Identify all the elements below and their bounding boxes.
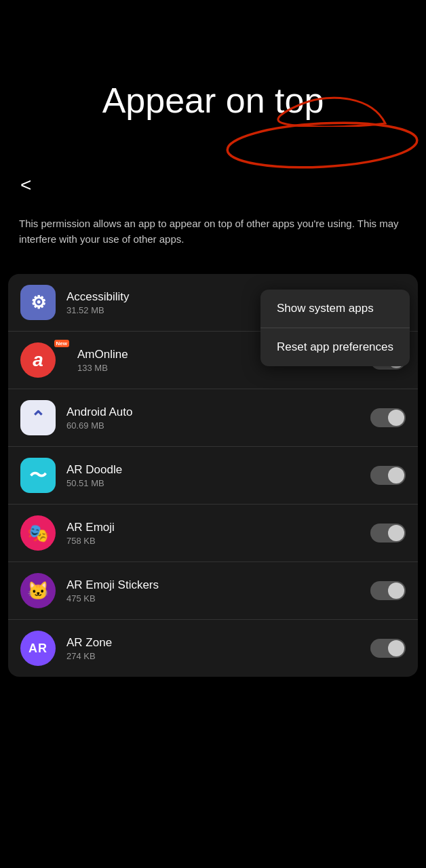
app-info-android-auto: Android Auto 60.69 MB [66,406,370,431]
page-title: Appear on top [0,0,426,161]
toggle-ar-doodle[interactable] [370,466,406,485]
permission-description: This permission allows an app to appear … [0,210,426,267]
toggle-ar-emoji[interactable] [370,524,406,542]
app-info-ar-emoji: AR Emoji 758 KB [66,521,370,546]
app-size-ar-zone: 274 KB [66,651,370,661]
ar-emoji-stickers-icon: 🐱 [27,580,49,601]
app-item-ar-emoji: 🎭 AR Emoji 758 KB [8,505,418,562]
app-icon-ar-doodle: 〜 [20,458,56,493]
app-item-android-auto: ⌃ Android Auto 60.69 MB [8,389,418,447]
android-auto-chevron-icon: ⌃ [31,408,45,429]
gear-icon: ⚙ [31,292,46,313]
app-item-ar-zone: AR AR Zone 274 KB [8,620,418,677]
top-bar: < Show system apps Reset app preferences [0,161,426,210]
new-badge: New [54,340,69,347]
app-size-android-auto: 60.69 MB [66,420,370,431]
app-name-android-auto: Android Auto [66,406,370,419]
app-item-ar-emoji-stickers: 🐱 AR Emoji Stickers 475 KB [8,562,418,620]
dropdown-menu: Show system apps Reset app preferences [260,290,410,366]
app-item-ar-doodle: 〜 AR Doodle 50.51 MB [8,447,418,505]
app-size-ar-emoji: 758 KB [66,536,370,546]
app-info-ar-doodle: AR Doodle 50.51 MB [66,463,370,488]
app-icon-ar-emoji: 🎭 [20,515,56,551]
toggle-ar-emoji-stickers[interactable] [370,581,406,600]
back-button[interactable]: < [14,167,38,203]
show-system-apps-item[interactable]: Show system apps [260,290,410,328]
app-name-ar-doodle: AR Doodle [66,463,370,477]
app-name-ar-emoji: AR Emoji [66,521,370,534]
app-name-ar-zone: AR Zone [66,636,370,650]
app-icon-ar-zone: AR [20,631,56,666]
app-icon-amonline: a [20,342,56,378]
app-icon-android-auto: ⌃ [20,400,56,435]
app-info-ar-zone: AR Zone 274 KB [66,636,370,661]
app-icon-accessibility: ⚙ [20,285,56,320]
toggle-android-auto[interactable] [370,408,406,427]
ar-zone-text-icon: AR [28,642,47,656]
app-icon-ar-emoji-stickers: 🐱 [20,573,56,608]
app-info-ar-emoji-stickers: AR Emoji Stickers 475 KB [66,578,370,604]
app-size-ar-emoji-stickers: 475 KB [66,593,370,604]
app-name-ar-emoji-stickers: AR Emoji Stickers [66,578,370,592]
toggle-ar-zone[interactable] [370,639,406,658]
reset-app-preferences-item[interactable]: Reset app preferences [260,328,410,366]
amonline-icon-wrapper: a New [20,342,66,378]
app-size-ar-doodle: 50.51 MB [66,478,370,488]
ar-emoji-face-icon: 🎭 [27,523,49,544]
ar-doodle-wave-icon: 〜 [29,464,47,488]
